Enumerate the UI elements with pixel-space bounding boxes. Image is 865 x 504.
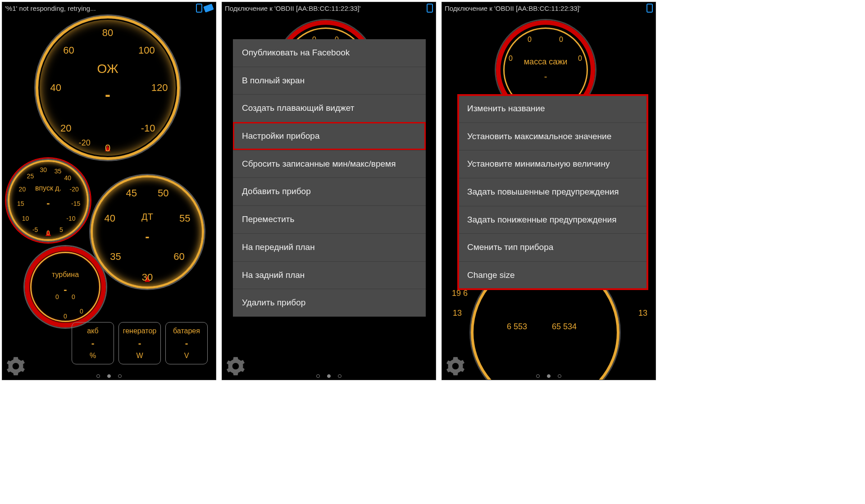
menu-item-set-low-warn[interactable]: Задать пониженные предупреждения bbox=[458, 206, 647, 234]
menu-item-set-min[interactable]: Установите минимальную величину bbox=[458, 150, 647, 178]
tile-generator[interactable]: генератор - W bbox=[118, 322, 161, 364]
page-indicator bbox=[536, 374, 561, 378]
gear-icon bbox=[6, 356, 26, 376]
menu-item-device-settings[interactable]: Настройки прибора bbox=[233, 122, 426, 150]
phone-screen-2: Подключение к 'OBDII [AA:BB:CC:11:22:33]… bbox=[222, 2, 436, 380]
gauge-dt[interactable]: ДТ - 30 35 40 45 50 55 60 bbox=[91, 175, 204, 289]
menu-item-set-max[interactable]: Установить максимальное значение bbox=[458, 123, 647, 150]
gauge-value: - bbox=[105, 85, 110, 104]
device-settings-menu: Изменить название Установить максимально… bbox=[458, 95, 647, 289]
menu-item-facebook[interactable]: Опубликовать на Facebook bbox=[233, 39, 426, 67]
context-menu: Опубликовать на Facebook В полный экран … bbox=[233, 39, 426, 317]
dot-icon bbox=[558, 374, 561, 378]
menu-item-add-device[interactable]: Добавить прибор bbox=[233, 177, 426, 205]
menu-item-set-high-warn[interactable]: Задать повышенные предупреждения bbox=[458, 178, 647, 206]
tile-battery-v[interactable]: батарея - V bbox=[165, 322, 208, 364]
menu-item-fullscreen[interactable]: В полный экран bbox=[233, 67, 426, 95]
dot-icon bbox=[547, 374, 551, 378]
dot-icon bbox=[536, 374, 540, 378]
dashboard-content[interactable]: ОЖ - 0 20 40 60 80 100 120 -10 -20 впуск… bbox=[2, 14, 216, 380]
dashboard-content: масса сажи - 0 0 0 0 26 26 19 6 13 13 6 … bbox=[442, 14, 656, 380]
status-icons bbox=[646, 4, 653, 13]
settings-button[interactable] bbox=[446, 356, 465, 376]
gauge-value: - bbox=[145, 230, 149, 244]
settings-button[interactable] bbox=[6, 356, 26, 376]
menu-item-delete-device[interactable]: Удалить прибор bbox=[233, 289, 426, 317]
menu-item-floating-widget[interactable]: Создать плавающий виджет bbox=[233, 94, 426, 122]
gauge-value: - bbox=[46, 197, 50, 209]
bottom-tiles: акб - % генератор - W батарея - V bbox=[72, 322, 208, 364]
settings-button[interactable] bbox=[226, 356, 246, 376]
status-bar: Подключение к 'OBDII [AA:BB:CC:11:22:33]… bbox=[222, 2, 436, 14]
dot-icon bbox=[118, 374, 122, 378]
status-bar: Подключение к 'OBDII [AA:BB:CC:11:22:33]… bbox=[442, 2, 656, 14]
gauge-label: турбина bbox=[52, 271, 79, 279]
gear-icon bbox=[226, 356, 246, 376]
phone-screen-3: Подключение к 'OBDII [AA:BB:CC:11:22:33]… bbox=[442, 2, 656, 380]
tile-battery-pct[interactable]: акб - % bbox=[72, 322, 114, 364]
menu-item-move[interactable]: Переместить bbox=[233, 205, 426, 233]
gauge-coolant[interactable]: ОЖ - 0 20 40 60 80 100 120 -10 -20 bbox=[36, 16, 180, 160]
dashboard-content: 0 0 Опубликовать на Facebook В полный эк… bbox=[222, 14, 436, 380]
phone-screen-1: '%1' not responding, retrying... ОЖ - 0 … bbox=[2, 2, 216, 380]
menu-item-change-size[interactable]: Change size bbox=[458, 261, 647, 289]
dot-icon bbox=[327, 374, 331, 378]
menu-item-change-type[interactable]: Сменить тип прибора bbox=[458, 233, 647, 261]
dot-icon bbox=[338, 374, 341, 378]
gauge-label: впуск д. bbox=[35, 184, 61, 192]
status-text: Подключение к 'OBDII [AA:BB:CC:11:22:33]… bbox=[225, 5, 427, 12]
phone-icon bbox=[646, 4, 653, 13]
menu-item-reset-minmax[interactable]: Сбросить записанные мин/макс/время bbox=[233, 150, 426, 178]
status-icons bbox=[196, 4, 213, 13]
phone-icon bbox=[427, 4, 433, 13]
gear-icon bbox=[446, 356, 465, 376]
status-text: '%1' not responding, retrying... bbox=[5, 5, 196, 12]
menu-item-to-back[interactable]: На задний план bbox=[233, 261, 426, 289]
gauge-value: - bbox=[64, 284, 67, 295]
page-indicator bbox=[96, 374, 122, 378]
gauge-turbo[interactable]: турбина - 0 0 0 0 bbox=[25, 246, 106, 327]
dot-icon bbox=[316, 374, 320, 378]
dot-icon bbox=[107, 374, 111, 378]
status-bar: '%1' not responding, retrying... bbox=[2, 2, 216, 14]
status-icons bbox=[427, 4, 433, 13]
menu-item-to-front[interactable]: На передний план bbox=[233, 233, 426, 261]
phone-icon bbox=[196, 4, 202, 13]
gauge-intake[interactable]: впуск д. - 0 -5 5 10 15 -10 20 -15 25 -2… bbox=[8, 160, 89, 241]
page-indicator bbox=[316, 374, 341, 378]
gauge-label: ОЖ bbox=[97, 62, 118, 76]
status-text: Подключение к 'OBDII [AA:BB:CC:11:22:33]… bbox=[445, 5, 646, 12]
eraser-icon bbox=[203, 4, 214, 13]
menu-item-change-name[interactable]: Изменить название bbox=[458, 95, 647, 123]
dot-icon bbox=[96, 374, 100, 378]
gauge-label: ДТ bbox=[141, 212, 153, 222]
